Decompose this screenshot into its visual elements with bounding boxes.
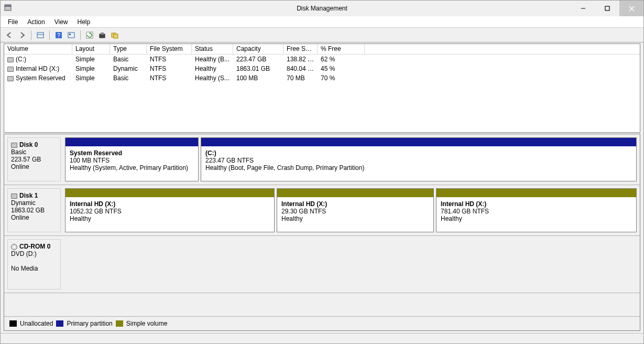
menu-action[interactable]: Action [23, 17, 49, 27]
svg-rect-1 [5, 5, 11, 6]
menu-file[interactable]: File [4, 17, 22, 27]
partition[interactable]: (C:)223.47 GB NTFSHealthy (Boot, Page Fi… [201, 137, 637, 181]
col-type[interactable]: Type [110, 44, 147, 54]
disk-info[interactable]: CD-ROM 0DVD (D:)No Media [7, 239, 61, 289]
partition[interactable]: Internal HD (X:)29.30 GB NTFSHealthy [277, 188, 434, 232]
menu-view[interactable]: View [50, 17, 72, 27]
disk-partitions [61, 236, 640, 293]
forward-icon[interactable] [17, 30, 27, 40]
table-row[interactable]: Internal HD (X:)SimpleDynamicNTFSHealthy… [4, 64, 640, 73]
volume-icon [7, 76, 14, 81]
table-row[interactable]: (C:)SimpleBasicNTFSHealthy (B...223.47 G… [4, 55, 640, 64]
toolbar-icon-3[interactable] [97, 30, 107, 40]
col-status[interactable]: Status [192, 44, 233, 54]
column-headers: Volume Layout Type File System Status Ca… [4, 44, 640, 55]
maximize-button[interactable] [595, 1, 619, 16]
toolbar: ? [1, 28, 643, 42]
partition-colorbar [66, 189, 274, 197]
legend-swatch-unallocated [9, 320, 17, 327]
window-title: Disk Management [0, 5, 644, 12]
svg-rect-14 [101, 33, 104, 35]
titlebar: Disk Management [1, 1, 643, 16]
svg-rect-10 [68, 33, 74, 38]
disk-info[interactable]: Disk 0Basic223.57 GBOnline [7, 137, 61, 181]
svg-rect-16 [114, 34, 118, 38]
app-icon [4, 4, 12, 14]
menu-help[interactable]: Help [73, 17, 95, 27]
menubar: File Action View Help [1, 16, 643, 28]
volume-icon [7, 57, 14, 62]
svg-rect-13 [100, 34, 105, 38]
table-row[interactable]: System ReservedSimpleBasicNTFSHealthy (S… [4, 73, 640, 83]
volume-list[interactable]: Volume Layout Type File System Status Ca… [4, 44, 640, 133]
refresh-icon[interactable] [85, 30, 94, 40]
partition[interactable]: Internal HD (X:)781.40 GB NTFSHealthy [436, 188, 637, 232]
toolbar-icon-2[interactable] [67, 30, 76, 40]
partition-colorbar [436, 189, 636, 197]
svg-rect-0 [5, 6, 11, 10]
back-icon[interactable] [5, 30, 14, 40]
volume-icon [7, 67, 14, 72]
legend-swatch-simple [116, 320, 123, 327]
svg-rect-6 [37, 33, 43, 38]
disk-partitions: Internal HD (X:)1052.32 GB NTFSHealthyIn… [61, 185, 640, 235]
disk-icon [11, 194, 17, 199]
legend-primary: Primary partition [67, 320, 112, 327]
svg-rect-3 [605, 6, 609, 10]
cdrom-icon [11, 244, 17, 250]
disk-panel: Disk 1Dynamic1863.02 GBOnlineInternal HD… [4, 185, 640, 236]
svg-text:?: ? [57, 32, 60, 38]
partition[interactable]: Internal HD (X:)1052.32 GB NTFSHealthy [65, 188, 275, 232]
disk-partitions: System Reserved100 MB NTFSHealthy (Syste… [61, 134, 640, 185]
legend: Unallocated Primary partition Simple vol… [4, 316, 640, 330]
partition-colorbar [201, 138, 636, 146]
help-toolbar-icon[interactable]: ? [54, 30, 63, 40]
legend-simple: Simple volume [126, 320, 168, 327]
close-button[interactable] [619, 1, 643, 16]
disk-map: Disk 0Basic223.57 GBOnlineSystem Reserve… [4, 134, 640, 331]
legend-unallocated: Unallocated [20, 320, 53, 327]
toolbar-icon-4[interactable] [110, 30, 119, 40]
partition-colorbar [66, 138, 198, 146]
col-pctfree[interactable]: % Free [318, 44, 365, 54]
disk-icon [11, 143, 17, 148]
col-free[interactable]: Free Spa... [283, 44, 318, 54]
col-capacity[interactable]: Capacity [233, 44, 283, 54]
col-volume[interactable]: Volume [4, 44, 72, 54]
svg-rect-11 [69, 34, 71, 35]
disk-info[interactable]: Disk 1Dynamic1863.02 GBOnline [7, 188, 61, 232]
toolbar-icon-1[interactable] [36, 30, 45, 40]
minimize-button[interactable] [571, 1, 595, 16]
partition[interactable]: System Reserved100 MB NTFSHealthy (Syste… [65, 137, 199, 181]
col-filesystem[interactable]: File System [147, 44, 192, 54]
statusbar [1, 333, 643, 343]
disk-panel: CD-ROM 0DVD (D:)No Media [4, 236, 640, 293]
disk-panel: Disk 0Basic223.57 GBOnlineSystem Reserve… [4, 134, 640, 185]
col-layout[interactable]: Layout [72, 44, 110, 54]
legend-swatch-primary [56, 320, 63, 327]
partition-colorbar [277, 189, 433, 197]
